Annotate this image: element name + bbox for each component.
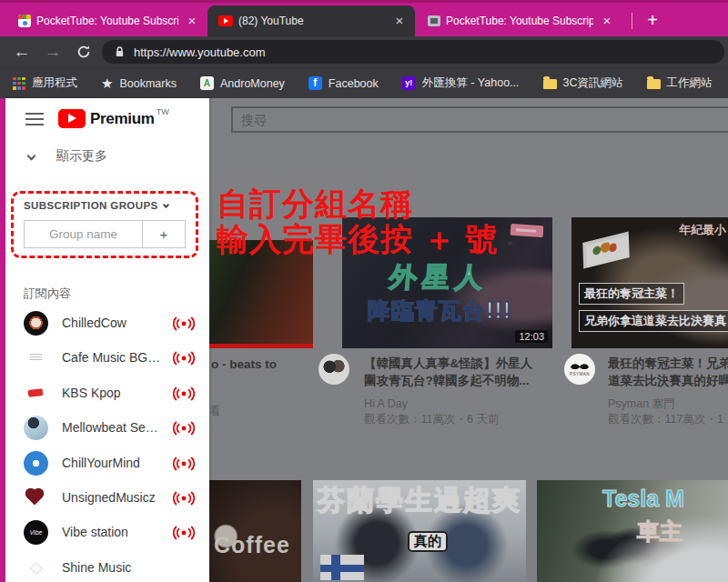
new-tab-button[interactable]: + [641,9,664,33]
folder-icon [647,79,661,89]
bookmark-label: 工作網站 [667,75,713,91]
youtube-search-box[interactable] [231,106,728,133]
yahoo-icon: y! [402,76,416,90]
tab-youtube[interactable]: (82) YouTube × [207,5,415,36]
thumbnail-corner-text: 年紀最小 [679,222,726,238]
channel-row[interactable]: ChilledCow [5,306,209,341]
video-title-partial[interactable]: o - beats to [211,356,277,373]
channel-name: Shine Music [62,560,169,575]
channel-name[interactable]: Hi A Day [364,396,408,412]
tab-close-icon[interactable]: × [599,13,615,29]
search-input[interactable] [233,108,728,131]
bookmark-label: 外匯換算 - Yahoo... [422,75,520,91]
tab-close-icon[interactable]: × [391,13,408,29]
channel-row[interactable]: UnsignedMusicz [5,481,209,516]
video-thumbnail-tesla[interactable]: Tesla M 車主 [537,480,728,582]
tab-title: (82) YouTube [238,15,386,27]
youtube-play-icon [58,109,86,128]
tab-strip: PocketTube: Youtube Subscrip × (82) YouT… [0,0,728,36]
finland-flag [320,555,364,580]
video-title[interactable]: 最狂的奪冠主菜！兄弟 道菜去比決賽真的好嗎 [608,355,728,389]
avatar-text: PSYMAN [570,372,590,376]
thumbnail-text: 降臨青瓦台!!! [368,296,511,326]
live-broadcast-icon[interactable] [173,316,195,331]
channel-avatar [24,451,48,476]
channel-avatar [24,416,48,440]
tab-pockettube-2[interactable]: PocketTube: Youtube Subscrip × [417,5,622,36]
bookmark-folder-3c[interactable]: 3C資訊網站 [543,75,623,91]
live-broadcast-icon[interactable] [173,526,195,540]
live-broadcast-icon[interactable] [173,351,195,366]
hamburger-menu-icon[interactable] [25,113,44,125]
back-icon[interactable]: ← [9,36,35,67]
live-broadcast-icon[interactable] [173,386,195,401]
youtube-icon [218,15,233,26]
thumbnail-text: 車主 [637,517,682,547]
channel-name[interactable]: Psyman 塞門 [608,396,675,412]
page-content: Premium TW 顯示更多 SUBSCRIPTION GROUPS + 訂閱… [0,98,728,582]
channel-avatar[interactable] [318,354,349,385]
channel-row[interactable]: Vibe Vibe station [5,516,209,550]
video-thumbnail-finland[interactable]: 芬蘭學生過超爽 真的 [313,480,526,582]
title-line: 道菜去比決賽真的好嗎 [608,372,728,389]
bookmark-apps[interactable]: 應用程式 [13,75,77,91]
thumbnail-text: 最狂的奪冠主菜！ [579,283,684,305]
live-broadcast-icon[interactable] [173,421,195,436]
lock-icon [115,45,125,58]
tab-close-icon[interactable]: × [184,13,200,29]
browser-window: PocketTube: Youtube Subscrip × (82) YouT… [0,0,728,582]
live-broadcast-icon[interactable] [173,491,195,506]
video-thumbnail-coffee[interactable]: Coffee [209,480,301,582]
add-group-button[interactable]: + [142,221,185,247]
bookmark-andromoney[interactable]: A AndroMoney [200,76,285,90]
title-line: 最狂的奪冠主菜！兄弟 [608,355,728,372]
live-broadcast-icon[interactable] [173,457,195,471]
show-more-button[interactable]: 顯示更多 [5,146,209,173]
video-views-partial: 看 [209,404,220,419]
bookmark-facebook[interactable]: f Facebook [308,76,379,90]
channel-row[interactable]: Mellowbeat Se… [5,411,209,446]
tab-divider [632,13,632,29]
bookmark-label: Bookmarks [119,77,177,90]
youtube-main-area: 外星人 降臨青瓦台!!! 12:03 年紀最小 最狂的奪冠主菜！ 兄弟你拿這道菜… [209,98,728,582]
subscriptions-label: 訂閱內容 [24,286,71,302]
youtube-premium-logo[interactable]: Premium TW [58,109,169,128]
title-line: 【韓國真人真事&怪談】外星人 [364,355,557,372]
channel-row[interactable]: KBS Kpop [5,376,209,411]
tab-pockettube-1[interactable]: PocketTube: Youtube Subscrip × [7,5,207,36]
title-line: 圍攻青瓦台?韓國多起不明物... [364,372,557,389]
address-bar[interactable]: https://www.youtube.com [102,40,724,64]
channel-avatar[interactable]: PSYMAN [564,354,595,385]
url-text: https://www.youtube.com [134,45,266,59]
video-thumbnail-dish[interactable]: 年紀最小 最狂的奪冠主菜！ 兄弟你拿這道菜去比決賽真 [571,217,728,348]
group-name-input[interactable] [25,221,142,247]
webstore-icon [18,15,31,27]
chevron-down-icon [27,152,36,161]
thumbnail-tag [511,224,544,237]
folder-icon [543,79,557,89]
watched-progress-bar [209,344,313,348]
apps-grid-icon [13,77,25,90]
video-views: 觀看次數：117萬次・1 [608,412,723,427]
bookmark-label: 3C資訊網站 [563,75,623,91]
tab-title: PocketTube: Youtube Subscrip [36,15,178,27]
thumbnail-text: 兄弟你拿這道菜去比決賽真 [579,310,728,332]
channel-row[interactable]: Shine Music [5,551,209,582]
bookmark-bookmarks[interactable]: ★ Bookmarks [101,77,177,90]
premium-label: Premium [90,109,155,128]
channel-name: Cafe Music BG… [62,350,169,365]
thumbnail-text: Coffee [214,532,290,558]
video-title[interactable]: 【韓國真人真事&怪談】外星人 圍攻青瓦台?韓國多起不明物... [364,355,557,389]
bookmark-folder-work[interactable]: 工作網站 [647,75,713,91]
chevron-down-icon [163,202,169,208]
bookmark-yahoo[interactable]: y! 外匯換算 - Yahoo... [402,75,520,91]
bookmarks-bar: 應用程式 ★ Bookmarks A AndroMoney f Facebook… [0,67,728,98]
channel-name: ChillYourMind [62,456,169,470]
forward-icon[interactable]: → [40,36,66,67]
channel-row[interactable]: ChillYourMind [5,447,209,481]
channel-row[interactable]: Cafe Music BG… [5,341,209,376]
subscription-groups-header[interactable]: SUBSCRIPTION GROUPS [24,200,168,211]
channel-name: Mellowbeat Se… [62,420,169,435]
reload-icon[interactable] [71,36,96,67]
andromoney-icon: A [200,76,214,90]
